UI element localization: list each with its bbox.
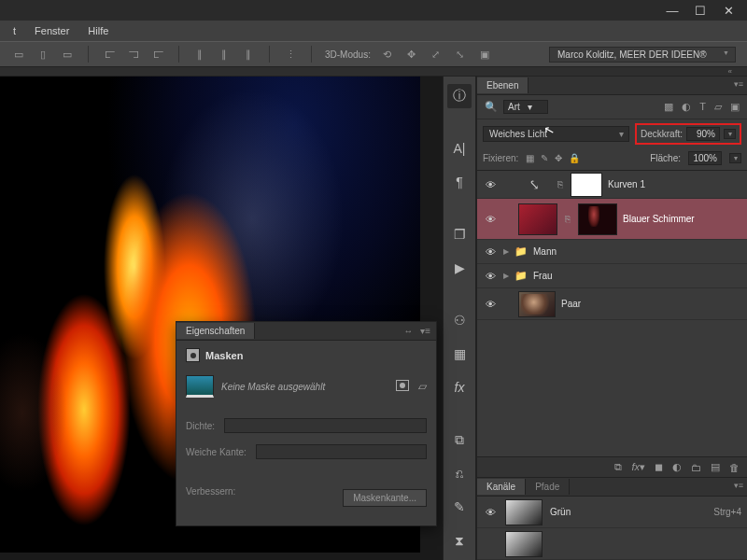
align-icon[interactable]: ▭ (11, 47, 26, 62)
filter-pixel-icon[interactable]: ▩ (664, 101, 673, 113)
lock-position-icon[interactable]: ✥ (555, 153, 562, 163)
filter-smart-icon[interactable]: ▣ (730, 101, 740, 113)
layer-mask-icon[interactable]: ◼ (655, 461, 663, 473)
channel-row-gruen[interactable]: 👁 Grün Strg+4 (477, 497, 747, 528)
disclosure-triangle-icon[interactable]: ▶ (503, 272, 509, 280)
properties-panel-header[interactable]: Eigenschaften ↔ ▾≡ (176, 322, 436, 341)
layer-row-kurven[interactable]: 👁 ⤥ ⎘ Kurven 1 (477, 171, 747, 199)
collapse-icon[interactable]: ↔ (403, 326, 413, 336)
window-minimize-button[interactable]: — (659, 3, 685, 18)
vector-mask-icon[interactable]: ▱ (418, 380, 427, 393)
panel-collapse-strip[interactable]: « (0, 67, 747, 77)
layer-thumb[interactable] (518, 291, 556, 317)
mask-edge-button[interactable]: Maskenkante... (343, 489, 427, 507)
group-icon[interactable]: 🗀 (691, 462, 701, 473)
window-close-button[interactable]: ✕ (715, 3, 741, 18)
layer-name[interactable]: Mann (533, 246, 557, 257)
layer-name[interactable]: Blauer Schimmer (623, 214, 695, 224)
layer-name[interactable]: Frau (533, 271, 553, 281)
camera-icon[interactable]: ▣ (477, 47, 492, 62)
layer-mask-thumb[interactable] (578, 203, 617, 235)
tab-pfade[interactable]: Pfade (526, 479, 570, 495)
distribute-icon[interactable]: ⫍ (102, 47, 117, 62)
window-maximize-button[interactable]: ☐ (687, 3, 713, 18)
styles-fx-icon[interactable]: fx (447, 375, 472, 399)
histogram-icon[interactable]: ⧉ (447, 427, 472, 452)
link-icon[interactable]: ⎘ (556, 179, 565, 189)
info-icon[interactable]: ⓘ (447, 84, 472, 108)
align-icon[interactable]: ▭ (60, 47, 75, 62)
tool-preset-icon[interactable]: ✎ (447, 495, 472, 519)
menu-item-hilfe[interactable]: Hilfe (78, 25, 118, 36)
visibility-eye-icon[interactable]: 👁 (483, 299, 498, 310)
density-input[interactable] (224, 418, 427, 433)
tab-kanaele[interactable]: Kanäle (477, 479, 526, 495)
pixel-mask-icon[interactable] (396, 380, 409, 391)
tab-eigenschaften[interactable]: Eigenschaften (176, 323, 255, 339)
layer-row-blauer-schimmer[interactable]: 👁 ⎘ Blauer Schimmer (477, 199, 747, 240)
paragraph-icon[interactable]: ¶ (447, 170, 472, 194)
layer-fx-icon[interactable]: fx▾ (631, 461, 645, 473)
filter-adjust-icon[interactable]: ◐ (682, 101, 691, 113)
distribute-icon[interactable]: ⫎ (126, 47, 141, 62)
pan-icon[interactable]: ✥ (404, 47, 419, 62)
play-icon[interactable]: ▶ (447, 256, 472, 280)
swatches-icon[interactable]: ⚇ (447, 308, 472, 332)
link-layers-icon[interactable]: ⧉ (614, 461, 622, 473)
disclosure-triangle-icon[interactable]: ▶ (503, 247, 509, 256)
fill-value-input[interactable]: 100% (688, 151, 722, 165)
layer-thumb[interactable] (518, 203, 557, 235)
panel-menu-icon[interactable]: ▾≡ (420, 326, 430, 336)
layer-name[interactable]: Paar (561, 299, 581, 309)
layers-small-icon[interactable]: ❐ (447, 222, 472, 246)
grid-icon[interactable]: ▦ (447, 342, 472, 366)
layer-name[interactable]: Kurven 1 (608, 179, 645, 189)
feather-input[interactable] (256, 444, 427, 459)
lock-pixels-icon[interactable]: ✎ (541, 153, 548, 163)
scale-icon[interactable]: ⤡ (453, 47, 468, 62)
layer-row-frau[interactable]: 👁 ▶ 📁 Frau (477, 264, 747, 288)
orbit-icon[interactable]: ⟲ (380, 47, 395, 62)
panel-menu-icon[interactable]: ▾≡ (734, 79, 743, 89)
layer-mask-thumb[interactable] (571, 173, 602, 197)
blend-mode-select[interactable]: Weiches Licht (483, 126, 629, 142)
distribute-icon[interactable]: ∥ (241, 47, 256, 62)
distribute-icon[interactable]: ∥ (217, 47, 232, 62)
adjustment-layer-icon[interactable]: ◐ (672, 461, 682, 473)
tab-ebenen[interactable]: Ebenen (477, 77, 529, 93)
layer-row-mann[interactable]: 👁 ▶ 📁 Mann (477, 240, 747, 264)
opacity-dropdown-arrow[interactable]: ▾ (724, 129, 736, 139)
lock-transparent-icon[interactable]: ▦ (526, 153, 534, 163)
properties-panel[interactable]: Eigenschaften ↔ ▾≡ Masken Keine Maske au… (176, 321, 437, 526)
lock-all-icon[interactable]: 🔒 (569, 153, 580, 163)
distribute-icon[interactable]: ∥ (192, 47, 207, 62)
visibility-eye-icon[interactable]: 👁 (483, 179, 498, 190)
move-icon[interactable]: ⤢ (429, 47, 444, 62)
type-a-icon[interactable]: A| (447, 136, 472, 161)
filter-search-icon[interactable]: 🔍 (485, 101, 498, 113)
new-layer-icon[interactable]: ▤ (711, 461, 720, 473)
brush-icon[interactable]: ⎌ (447, 461, 472, 485)
channel-name[interactable]: Grün (550, 507, 571, 517)
visibility-eye-icon[interactable]: 👁 (483, 246, 498, 258)
author-dropdown[interactable]: Marco Kolditz, MEER DER IDEEN® (549, 47, 736, 63)
visibility-eye-icon[interactable]: 👁 (483, 271, 498, 282)
distribute-icon[interactable]: ⫍ (150, 47, 165, 62)
filter-shape-icon[interactable]: ▱ (714, 101, 722, 113)
filter-type-icon[interactable]: T (699, 101, 706, 113)
trash-icon[interactable]: 🗑 (729, 462, 740, 473)
align-icon[interactable]: ▯ (35, 47, 50, 62)
layer-row-paar[interactable]: 👁 Paar (477, 288, 747, 320)
opacity-value-input[interactable]: 90% (686, 127, 720, 141)
panel-menu-icon[interactable]: ▾≡ (734, 481, 743, 490)
link-icon[interactable]: ⎘ (563, 214, 572, 224)
fill-dropdown-arrow[interactable]: ▾ (729, 153, 741, 163)
clone-icon[interactable]: ⧗ (447, 528, 472, 553)
menu-item-fenster[interactable]: Fenster (25, 25, 78, 36)
distribute-icon[interactable]: ⋮ (283, 47, 298, 62)
menu-item-truncated[interactable]: t (4, 25, 25, 36)
visibility-eye-icon[interactable]: 👁 (483, 214, 498, 225)
layer-filter-select[interactable]: Art ▾ (503, 100, 548, 114)
visibility-eye-icon[interactable]: 👁 (483, 507, 498, 518)
channel-row[interactable] (477, 528, 747, 560)
